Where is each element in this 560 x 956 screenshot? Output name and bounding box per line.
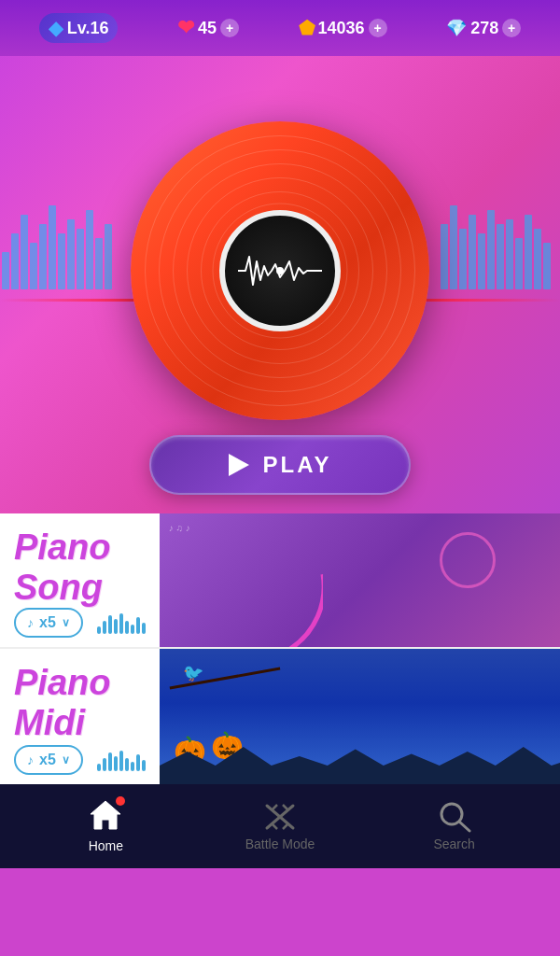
svg-marker-25 — [91, 801, 120, 829]
home-icon-wrapper — [89, 799, 122, 835]
svg-rect-12 — [441, 224, 448, 289]
play-button[interactable]: PLAY — [149, 435, 411, 495]
piano-midi-controls: ♪ x5 ∨ — [14, 745, 146, 775]
waveform-icon — [238, 247, 322, 294]
circle-deco — [440, 532, 496, 588]
sbar-m5 — [119, 751, 123, 771]
chevron-down-icon: ∨ — [62, 616, 70, 629]
add-hearts-button[interactable]: + — [220, 19, 239, 37]
sbar-m6 — [125, 758, 129, 771]
svg-line-31 — [283, 823, 288, 829]
music-note-icon2: ♪ — [27, 752, 34, 767]
add-coins-button[interactable]: + — [369, 19, 387, 37]
svg-rect-20 — [515, 238, 523, 289]
nav-home[interactable]: Home — [49, 799, 161, 853]
svg-rect-5 — [49, 205, 56, 289]
sbar1 — [97, 626, 101, 634]
piano-midi-card[interactable]: Piano Midi ♪ x5 ∨ — [0, 649, 560, 784]
arc-deco — [160, 513, 323, 647]
gem-icon: 💎 — [446, 18, 467, 38]
hearts-display: ❤ 45 + — [177, 16, 239, 40]
coin-icon: ⬟ — [299, 17, 315, 39]
svg-line-28 — [272, 805, 277, 810]
piano-song-content: Piano Song ♪ x5 ∨ — [0, 513, 160, 647]
heart-icon: ❤ — [177, 16, 194, 40]
game-area: PLAY — [0, 56, 560, 513]
search-label: Search — [433, 836, 474, 851]
coins-display: ⬟ 14036 + — [299, 17, 387, 39]
svg-rect-9 — [86, 210, 93, 289]
sbar4 — [114, 619, 118, 634]
add-gems-button[interactable]: + — [502, 19, 521, 37]
vinyl-record — [131, 121, 429, 420]
svg-line-29 — [283, 805, 288, 810]
nav-battle[interactable]: Battle Mode — [224, 801, 336, 851]
svg-point-24 — [276, 267, 284, 274]
svg-rect-17 — [487, 210, 495, 289]
piano-song-title: Piano Song — [14, 527, 146, 608]
svg-rect-11 — [105, 224, 112, 289]
piano-song-image: ♪ ♫ ♪ ♪ — [160, 513, 560, 647]
sbar7 — [131, 625, 134, 634]
svg-rect-0 — [2, 252, 9, 289]
crow-icon: 🐦 — [183, 663, 203, 683]
sbar-m1 — [97, 764, 101, 771]
level-display: ◆ Lv.16 — [39, 13, 119, 43]
svg-rect-19 — [506, 219, 513, 289]
piano-midi-tickets[interactable]: ♪ x5 ∨ — [14, 745, 83, 775]
home-label: Home — [89, 838, 123, 853]
svg-rect-4 — [39, 224, 47, 289]
music-note-icon: ♪ — [27, 615, 34, 630]
sbar-m3 — [108, 752, 112, 771]
piano-song-controls: ♪ x5 ∨ — [14, 608, 146, 638]
gems-value: 278 — [470, 19, 498, 38]
soundbars-icon[interactable] — [97, 612, 146, 634]
bottom-nav: Home Battle Mode Search — [0, 784, 560, 868]
nav-search[interactable]: Search — [399, 801, 511, 851]
sbar-m8 — [136, 754, 140, 771]
diamond-icon: ◆ — [49, 17, 63, 39]
svg-rect-21 — [525, 215, 532, 289]
sbar3 — [108, 615, 112, 634]
equalizer-left — [0, 84, 121, 364]
piano-song-card[interactable]: Piano Song ♪ x5 ∨ — [0, 513, 560, 649]
top-bar: ◆ Lv.16 ❤ 45 + ⬟ 14036 + 💎 278 + — [0, 0, 560, 56]
sbar-m7 — [131, 762, 134, 771]
sbar9 — [142, 623, 146, 634]
svg-rect-22 — [534, 229, 541, 289]
sbar2 — [103, 621, 106, 634]
soundbars-icon2[interactable] — [97, 749, 146, 771]
svg-rect-16 — [478, 233, 485, 289]
halloween-scene: 🐦 🎃 🎃 — [160, 649, 560, 784]
play-icon — [229, 454, 249, 476]
svg-rect-18 — [497, 224, 504, 289]
svg-rect-14 — [459, 229, 467, 289]
piano-midi-content: Piano Midi ♪ x5 ∨ — [0, 649, 160, 784]
vinyl-center — [219, 210, 341, 331]
svg-rect-23 — [543, 243, 551, 289]
piano-midi-image: 🐦 🎃 🎃 — [160, 649, 560, 784]
chevron-down-icon2: ∨ — [62, 753, 70, 766]
piano-song-tickets[interactable]: ♪ x5 ∨ — [14, 608, 83, 638]
sbar-m4 — [114, 756, 118, 771]
sbar6 — [125, 621, 129, 634]
sbar-m9 — [142, 760, 146, 771]
piano-midi-title: Piano Midi — [14, 663, 146, 743]
equalizer-right — [439, 84, 560, 364]
ticket-count2: x5 — [39, 752, 56, 768]
gems-display: 💎 278 + — [446, 18, 521, 38]
svg-rect-15 — [469, 215, 476, 289]
battle-icon — [262, 801, 298, 833]
search-icon — [438, 801, 471, 833]
coins-value: 14036 — [318, 19, 365, 38]
battle-label: Battle Mode — [245, 836, 315, 851]
svg-rect-3 — [30, 243, 37, 289]
sbar5 — [119, 613, 123, 634]
ticket-count: x5 — [39, 614, 56, 631]
svg-rect-10 — [95, 238, 103, 289]
svg-rect-6 — [58, 233, 65, 289]
svg-rect-8 — [77, 229, 84, 289]
home-notification-dot — [116, 796, 125, 806]
svg-rect-7 — [67, 219, 75, 289]
svg-rect-13 — [450, 205, 457, 289]
